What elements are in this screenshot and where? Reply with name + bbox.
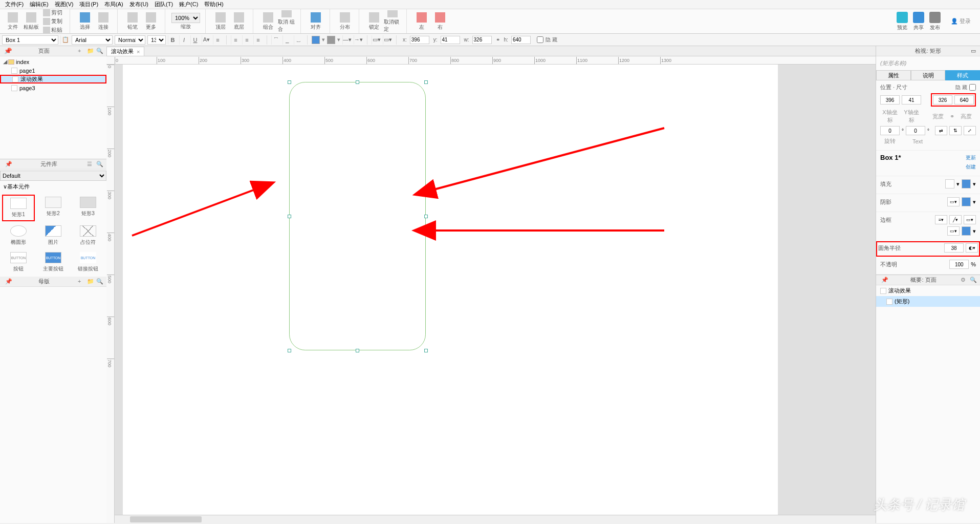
outline-shape[interactable]: (矩形)	[876, 296, 980, 307]
align-button[interactable]: 对齐	[307, 10, 324, 33]
connect-button[interactable]: 连接	[95, 10, 112, 33]
lib-link-button[interactable]: BUTTON链接按钮	[72, 250, 104, 275]
size-select[interactable]: 13	[147, 35, 166, 45]
rotation-input[interactable]	[880, 126, 900, 135]
lib-ellipse[interactable]: 椭圆形	[2, 223, 35, 248]
align-center-icon[interactable]: ≡	[242, 35, 251, 45]
clipboard-button[interactable]: 粘贴板	[23, 10, 40, 33]
scrollbar-thumb[interactable]	[130, 516, 202, 522]
page-icon[interactable]: ▭	[971, 48, 976, 54]
text-color-button[interactable]: A▾	[202, 35, 211, 45]
align-left-icon[interactable]: ≡	[231, 35, 240, 45]
shape-select[interactable]: Box 1	[2, 35, 58, 45]
w-input[interactable]	[472, 36, 492, 44]
shadow-color[interactable]	[962, 197, 971, 206]
lib-button[interactable]: BUTTON按钮	[2, 250, 35, 275]
selection-handle[interactable]	[424, 349, 428, 352]
menu-team[interactable]: 团队(T)	[151, 0, 176, 9]
close-icon[interactable]: ×	[137, 49, 140, 55]
menu-icon[interactable]: ☰	[87, 161, 94, 168]
send-back-button[interactable]: 底层	[230, 10, 248, 33]
shape-name-input[interactable]: (矩形名称)	[876, 56, 980, 70]
lib-primary-button[interactable]: BUTTON主要按钮	[37, 250, 70, 275]
selection-handle[interactable]	[356, 349, 359, 352]
fill-color[interactable]	[945, 179, 954, 188]
font-select[interactable]: Arial	[72, 35, 113, 45]
scrollbar-horizontal[interactable]	[115, 515, 876, 523]
add-master-icon[interactable]: +	[78, 278, 85, 285]
border-visible[interactable]: ▭▾	[964, 215, 976, 224]
outer-shadow[interactable]: ▭▾	[947, 197, 960, 206]
border-color-swatch[interactable]	[962, 226, 971, 236]
outline-page[interactable]: 滚动效果	[876, 285, 980, 296]
hidden-checkbox[interactable]	[537, 36, 543, 43]
border-style[interactable]: ╱▾	[949, 215, 962, 224]
share-button[interactable]: 共享	[913, 12, 924, 31]
fill-type[interactable]	[962, 179, 971, 188]
selection-handle[interactable]	[288, 215, 291, 218]
hidden-checkbox[interactable]	[969, 84, 976, 91]
add-mfolder-icon[interactable]: 📁	[87, 278, 94, 285]
create-link[interactable]: 创建	[966, 163, 976, 171]
menu-edit[interactable]: 编辑(E)	[27, 0, 52, 9]
lib-rect1[interactable]: 矩形1	[2, 195, 35, 221]
ungroup-button[interactable]: 取消 组合	[278, 10, 295, 33]
search-icon[interactable]: 🔍	[96, 278, 103, 285]
add-folder-icon[interactable]: 📁	[87, 48, 94, 55]
pos-x-input[interactable]	[880, 95, 900, 104]
zoom-select[interactable]: 100%	[171, 13, 200, 23]
selection-handle[interactable]	[424, 215, 428, 218]
tab-active[interactable]: 滚动效果×	[106, 47, 144, 56]
lib-rect2[interactable]: 矩形2	[37, 195, 70, 221]
tree-page-scroll[interactable]: 滚动效果	[0, 75, 106, 83]
update-link[interactable]: 更新	[966, 154, 976, 161]
group-button[interactable]: 组合	[259, 10, 277, 33]
border-color[interactable]: ▭▾	[947, 226, 960, 236]
border-weight[interactable]: ≡▾	[935, 215, 947, 224]
select-button[interactable]: 选择	[76, 10, 94, 33]
pencil-button[interactable]: 铅笔	[124, 10, 141, 33]
italic-button[interactable]: I	[179, 35, 188, 45]
file-button[interactable]: 文件	[4, 10, 21, 33]
bullets-button[interactable]: ≡	[213, 35, 222, 45]
paste-button[interactable]: 粘贴	[41, 26, 64, 34]
menu-project[interactable]: 项目(P)	[76, 0, 101, 9]
login-button[interactable]: 👤 登录	[946, 17, 976, 25]
corner-radius-input[interactable]	[944, 243, 964, 253]
pin-icon[interactable]: 📌	[5, 278, 12, 285]
border-out-icon[interactable]: ▭▾	[372, 35, 381, 45]
page-surface[interactable]	[123, 65, 778, 523]
valign-mid-icon[interactable]: ⎯	[282, 35, 292, 45]
lib-placeholder[interactable]: 占位符	[72, 223, 104, 248]
lib-rect3[interactable]: 矩形3	[72, 195, 104, 221]
align-left-button[interactable]: 左	[413, 10, 430, 33]
pin-icon[interactable]: 📌	[881, 277, 888, 284]
menu-help[interactable]: 帮助(H)	[201, 0, 226, 9]
selection-handle[interactable]	[288, 349, 291, 352]
underline-button[interactable]: U	[190, 35, 200, 45]
menu-account[interactable]: 账户(C)	[176, 0, 201, 9]
add-page-icon[interactable]: +	[78, 48, 85, 55]
bring-front-button[interactable]: 顶层	[212, 10, 229, 33]
lib-image[interactable]: 图片	[37, 223, 70, 248]
search-icon[interactable]: 🔍	[970, 277, 977, 284]
align-right-button[interactable]: 右	[431, 10, 449, 33]
search-icon[interactable]: 🔍	[96, 161, 103, 168]
tab-properties[interactable]: 属性	[876, 70, 911, 80]
menu-file[interactable]: 文件(F)	[2, 0, 27, 9]
menu-layout[interactable]: 布局(A)	[101, 0, 126, 9]
valign-top-icon[interactable]: ⎴	[271, 35, 280, 45]
tab-style[interactable]: 样式	[945, 70, 980, 80]
lock-button[interactable]: 锁定	[365, 10, 383, 33]
tree-root[interactable]: ◢ index	[0, 57, 106, 66]
selection-handle[interactable]	[424, 80, 428, 84]
h-input[interactable]	[511, 36, 531, 44]
lib-select[interactable]: Default	[0, 171, 106, 181]
selection-handle[interactable]	[288, 80, 291, 84]
tab-notes[interactable]: 说明	[911, 70, 946, 80]
copy-style-icon[interactable]: 📋	[60, 35, 70, 45]
search-icon[interactable]: 🔍	[96, 48, 103, 55]
menu-publish[interactable]: 发布(U)	[126, 0, 151, 9]
flip-h-icon[interactable]: ⇄	[935, 126, 947, 135]
pos-h-input[interactable]	[954, 95, 974, 104]
